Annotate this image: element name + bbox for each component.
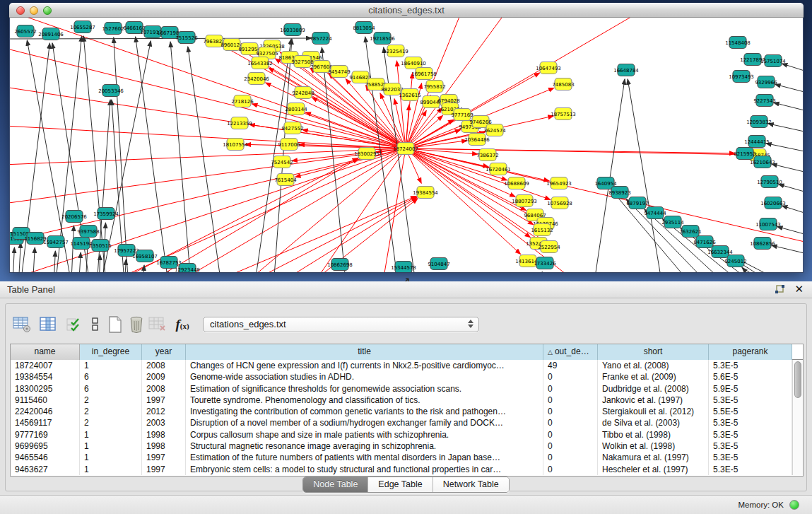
- table-cell: 2012: [142, 406, 186, 417]
- graph-node-label: 16648784: [613, 68, 639, 74]
- graph-node-label: 18640910: [401, 61, 426, 66]
- graph-node-label: 9117006: [278, 142, 300, 148]
- graph-node-label: 7615404: [274, 177, 297, 183]
- graph-node-label: 16720461: [486, 167, 511, 173]
- vertical-scrollbar[interactable]: [792, 360, 803, 475]
- graph-node-label: 9242848: [292, 90, 314, 96]
- table-row[interactable]: 946362711997Embryonic stem cells: a mode…: [11, 464, 803, 475]
- table-cell: Stergiakouli et al. (2012): [598, 406, 709, 417]
- fx-label: f(x): [175, 317, 189, 332]
- table-panel-header[interactable]: Table Panel ✕: [0, 281, 812, 298]
- function-builder-icon[interactable]: f(x): [172, 314, 193, 335]
- graph-node-label: 20364486: [464, 137, 490, 143]
- graph-node-label: 16033809: [280, 28, 305, 33]
- graph-node-label: 16632344: [707, 250, 733, 255]
- graph-node-label: 6879197: [626, 201, 648, 206]
- graph-node-label: 15942757: [43, 240, 69, 245]
- table-cell: 9115460: [11, 395, 80, 406]
- table-cell: 9777169: [11, 429, 80, 440]
- graph-node-label: 19218506: [370, 36, 395, 42]
- network-canvas[interactable]: 1872400779638228960124891295422260538932…: [10, 18, 803, 272]
- table-cell: Tibbo et al. (1998): [598, 429, 709, 440]
- column-header-year[interactable]: year: [142, 344, 186, 360]
- table-cell: Embryonic stem cells: a model to study s…: [186, 464, 543, 475]
- status-bar: Memory: OK: [0, 495, 812, 514]
- row-height-icon[interactable]: [85, 314, 106, 335]
- graph-node-label: 17957223: [114, 248, 139, 254]
- window-titlebar[interactable]: citations_edges.txt: [9, 3, 804, 18]
- tab-node-table[interactable]: Node Table: [303, 477, 368, 492]
- table-row[interactable]: 1872400712008Changes of HCN gene express…: [11, 360, 803, 371]
- table-cell: 0: [543, 440, 598, 452]
- graph-node-label: 7632621: [679, 229, 701, 235]
- table-row[interactable]: 977716911998Corpus callosum shape and si…: [11, 429, 803, 440]
- graph-node-label: 7386372: [476, 153, 498, 158]
- table-cell: 1: [80, 360, 142, 371]
- table-cell: 0: [543, 383, 598, 395]
- table-row[interactable]: 969969511998Structural magnetic resonanc…: [11, 440, 803, 452]
- graph-node-label: 8471626: [693, 240, 716, 245]
- table-row[interactable]: 2242004622012Investigating the contribut…: [11, 406, 803, 417]
- table-cell: 5.3E-5: [709, 464, 792, 475]
- graph-node-label: 16210643: [750, 160, 775, 165]
- show-column-icon[interactable]: [37, 314, 59, 335]
- table-cell: 5.5E-5: [709, 406, 792, 417]
- tab-edge-table[interactable]: Edge Table: [368, 477, 433, 492]
- table-row[interactable]: 911546021997Tourette syndrome. Phenomeno…: [11, 395, 803, 406]
- column-header-in_degree[interactable]: in_degree: [80, 344, 142, 360]
- table-row[interactable]: 946554611997Estimation of the future num…: [11, 452, 803, 463]
- graph-node-label: 18107554: [223, 142, 248, 148]
- column-header-title[interactable]: title: [186, 344, 543, 360]
- select-all-icon[interactable]: [64, 314, 85, 335]
- table-header-row: namein_degreeyeartitle△out_de…shortpager…: [11, 344, 803, 360]
- graph-node-label: 11007543: [755, 222, 781, 228]
- float-window-icon[interactable]: [775, 284, 785, 295]
- table-cell: 22420046: [11, 406, 80, 417]
- table-cell: Disruption of a novel member of a sodium…: [186, 417, 543, 428]
- table-cell: 0: [543, 371, 598, 382]
- column-header-pagerank[interactable]: pagerank: [709, 344, 792, 360]
- table-selector-value: citations_edges.txt: [210, 319, 286, 329]
- graph-node-label: 12213359: [227, 121, 252, 127]
- table-cell: 2: [80, 417, 142, 428]
- delete-column-icon[interactable]: [147, 314, 168, 335]
- table-cell: 0: [543, 406, 598, 417]
- table-cell: 0: [543, 464, 598, 475]
- table-cell: 2: [80, 395, 142, 406]
- column-header-out_de[interactable]: △out_de…: [543, 344, 598, 360]
- table-cell: 1: [80, 464, 142, 475]
- table-cell: 2009: [142, 371, 186, 382]
- table-mode-icon[interactable]: [11, 314, 33, 335]
- graph-node-label: 17359924: [93, 211, 119, 217]
- graph-node-label: 10756928: [547, 201, 572, 206]
- table-cell: 2: [80, 406, 142, 417]
- table-cell: Nakamura et al. (1997): [598, 452, 709, 463]
- table-cell: 5.3E-5: [709, 440, 792, 452]
- table-selector-dropdown[interactable]: citations_edges.txt: [203, 317, 479, 332]
- graph-node-label: 8822037: [381, 87, 403, 93]
- graph-node-label: 16958107: [132, 254, 158, 259]
- table-row[interactable]: 1830029562008Estimation of significance …: [11, 383, 803, 395]
- table-row[interactable]: 1456911722003Disruption of a novel membe…: [11, 417, 803, 428]
- column-header-short[interactable]: short: [598, 344, 709, 360]
- graph-node-label: 16961758: [411, 71, 437, 77]
- table-cell: 5.6E-5: [709, 371, 792, 382]
- delete-table-icon[interactable]: [126, 314, 147, 335]
- graph-node-label: 18724007: [393, 146, 418, 152]
- graph-node-label: 9227343: [753, 98, 775, 104]
- graph-node-label: 18757513: [551, 112, 576, 117]
- graph-node-label: 8938923: [608, 190, 630, 196]
- network-view[interactable]: 1872400779638228960124891295422260538932…: [9, 18, 804, 273]
- node-table: namein_degreeyeartitle△out_de…shortpager…: [10, 344, 804, 477]
- graph-node-label: 7515526: [175, 35, 198, 41]
- dropdown-stepper-icon: [468, 320, 473, 328]
- new-table-icon[interactable]: [105, 314, 126, 335]
- table-cell: 19384554: [11, 371, 80, 382]
- table-cell: Hescheler et al. (1997): [598, 464, 709, 475]
- scrollbar-thumb[interactable]: [794, 361, 801, 398]
- graph-node-label: 12444415: [744, 139, 770, 145]
- close-panel-icon[interactable]: ✕: [794, 283, 804, 296]
- table-row[interactable]: 1938455462009Genome-wide association stu…: [11, 371, 803, 382]
- column-header-name[interactable]: name: [11, 344, 80, 360]
- tab-network-table[interactable]: Network Table: [433, 477, 509, 492]
